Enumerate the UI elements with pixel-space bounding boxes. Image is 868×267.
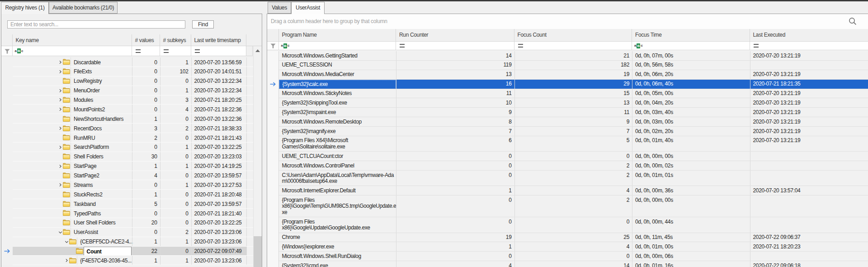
tree-row[interactable]: Modules032020-07-21 18:20:25 — [1, 95, 253, 105]
values-row[interactable]: {Windows}\explorer.exe140d, 0h, 01m, 00s… — [267, 242, 868, 252]
values-row[interactable]: Microsoft.InternetExplorer.Default140d, … — [267, 186, 868, 195]
tree-row[interactable]: {F4E57C4B-2036-45...112020-07-20 13:23:0… — [1, 256, 253, 265]
filter-cell-key-name[interactable]: aBc — [13, 46, 132, 56]
tree-row[interactable]: {CEBFF5CD-ACE2-4...112020-07-20 13:23:06 — [1, 237, 253, 247]
tree-row[interactable]: SearchPlatform012020-07-20 13:22:25 — [1, 143, 253, 152]
key-name-cell[interactable]: MenuOrder — [71, 86, 132, 95]
filter-cell-focus-count[interactable] — [514, 42, 632, 50]
values-row[interactable]: {System32}\magnify.exe770d, 0h, 02m, 20s… — [267, 127, 868, 136]
values-row[interactable]: C:\Users\Adam\AppData\Local\Temp\vmware-… — [267, 171, 868, 186]
program-name-cell[interactable]: {Program Filesx86}\Google\Temp\GUM98C5.t… — [279, 195, 396, 217]
program-name-cell[interactable]: Chrome — [279, 233, 396, 243]
column-header-last-executed[interactable]: Last Executed — [750, 29, 868, 42]
column-header-focus-count[interactable]: Focus Count — [514, 29, 632, 42]
program-name-cell[interactable]: Microsoft.Windows.RemoteDesktop — [279, 117, 396, 127]
column-header--subkeys[interactable]: # subkeys — [160, 34, 191, 46]
filter-cell-last-executed[interactable] — [750, 42, 868, 50]
program-name-cell[interactable]: {System32}\mspaint.exe — [279, 108, 396, 117]
tree-row[interactable]: UserAssist022020-07-20 13:23:06 — [1, 228, 253, 237]
tree-row[interactable]: StuckRects2102020-07-21 18:20:48 — [1, 190, 253, 199]
values-row[interactable]: {Program Filesx86}\Google\Update\GoogleU… — [267, 217, 868, 233]
key-name-cell[interactable]: LowRegistry — [71, 76, 132, 86]
tab-values[interactable]: Values — [268, 2, 291, 14]
values-row[interactable]: Microsoft.Windows.MediaCenter13190d, 0h,… — [267, 70, 868, 80]
key-name-cell[interactable]: StartPage2 — [71, 171, 132, 181]
key-name-cell[interactable]: {CEBFF5CD-ACE2-4... — [77, 237, 132, 247]
key-name-cell[interactable]: NewShortcutHandlers — [71, 114, 132, 124]
tree-row[interactable]: RecentDocs322020-07-21 18:38:33 — [1, 124, 253, 133]
program-name-cell[interactable]: C:\Users\Adam\AppData\Local\Temp\vmware-… — [279, 171, 396, 186]
column-header-program-name[interactable]: Program Name — [279, 29, 396, 42]
tree-row[interactable]: NewShortcutHandlers102020-07-20 13:22:36 — [1, 114, 253, 124]
key-name-cell[interactable]: RunMRU — [71, 133, 132, 143]
key-name-cell[interactable]: MountPoints2 — [71, 105, 132, 114]
key-name-cell[interactable]: Streams — [71, 180, 132, 190]
key-name-cell[interactable]: Discardable — [71, 57, 132, 67]
key-name-cell[interactable]: Modules — [71, 95, 132, 105]
tree-row[interactable]: TypedPaths002020-07-21 18:21:40 — [1, 209, 253, 218]
scroll-up-button[interactable] — [254, 46, 262, 55]
filter-cell-subkeys[interactable] — [160, 46, 191, 56]
key-name-cell[interactable]: TypedPaths — [71, 209, 132, 218]
program-name-cell[interactable]: Microsoft.Windows.GettingStarted — [279, 51, 396, 61]
program-name-cell[interactable]: {System32}\magnify.exe — [279, 127, 396, 136]
search-input[interactable] — [7, 20, 185, 29]
values-row[interactable]: Microsoft.Windows.Shell.RunDialog000d, 0… — [267, 252, 868, 261]
key-name-cell[interactable]: Shell Folders — [71, 152, 132, 162]
tree-row[interactable]: MenuOrder012020-07-20 13:22:34 — [1, 86, 253, 95]
column-header-last-write-timestamp[interactable]: Last write timestamp — [191, 34, 247, 46]
column-header-key-name[interactable]: Key name — [13, 34, 132, 46]
key-name-cell[interactable]: FileExts — [71, 67, 132, 76]
tab-available-bookmarks[interactable]: Available bookmarks (21/0) — [49, 2, 118, 14]
tree-row[interactable]: Taskband502020-07-20 13:59:57 — [1, 199, 253, 209]
key-name-cell[interactable]: Count — [84, 247, 132, 256]
program-name-cell[interactable]: {System32}\cmd.exe — [279, 261, 396, 267]
program-name-cell[interactable]: {Windows}\explorer.exe — [279, 242, 396, 252]
key-name-cell[interactable]: {F4E57C4B-2036-45... — [77, 256, 132, 265]
filter-cell-run-counter[interactable] — [396, 42, 514, 50]
program-name-cell[interactable]: UEME_CTLCUACount:ctor — [279, 152, 396, 161]
key-name-cell[interactable]: RecentDocs — [71, 124, 132, 133]
values-row[interactable]: {System32}\SnippingTool.exe10130d, 0h, 0… — [267, 98, 868, 108]
key-name-cell[interactable]: SearchPlatform — [71, 143, 132, 152]
search-icon[interactable] — [848, 16, 858, 26]
column-header-run-counter[interactable]: Run Counter — [396, 29, 514, 42]
filter-cell-values[interactable] — [132, 46, 160, 56]
tree-row[interactable]: Discardable012020-07-20 13:56:59 — [1, 57, 253, 67]
tab-registry-hives[interactable]: Registry hives (1) — [1, 2, 49, 14]
key-name-cell[interactable]: UserAssist — [71, 228, 132, 237]
values-row[interactable]: Microsoft.Windows.ControlPanel020d, 0h, … — [267, 161, 868, 171]
program-name-cell[interactable]: {Program Filesx86}\Google\Update\GoogleU… — [279, 217, 396, 233]
tree-row[interactable]: LowRegistry002020-07-20 13:22:34 — [1, 76, 253, 86]
tree-row[interactable]: User Shell Folders2002020-07-20 13:22:25 — [1, 218, 253, 228]
program-name-cell[interactable]: Microsoft.Windows.ControlPanel — [279, 161, 396, 171]
values-row[interactable]: Microsoft.Windows.StickyNotes11150d, 0h,… — [267, 89, 868, 99]
values-row[interactable]: UEME_CTLCUACount:ctor000d, 0h, 00m, 00s — [267, 152, 868, 161]
filter-cell-focus-time[interactable]: aBc — [632, 42, 750, 50]
key-name-cell[interactable]: StartPage — [71, 162, 132, 171]
values-row[interactable]: {System32}\cmd.exe4140d, 0h, 01m, 16s202… — [267, 261, 868, 267]
filter-cell-program-name[interactable]: aBc — [279, 42, 396, 50]
program-name-cell[interactable]: Microsoft.Windows.Shell.RunDialog — [279, 252, 396, 261]
program-name-cell[interactable]: {System32}\SnippingTool.exe — [279, 98, 396, 108]
column-header--values[interactable]: # values — [132, 34, 160, 46]
key-name-cell[interactable]: User Shell Folders — [71, 218, 132, 228]
tree-row[interactable]: Shell Folders3002020-07-20 13:23:03 — [1, 152, 253, 162]
values-row[interactable]: {System32}\mspaint.exe9110d, 0h, 03m, 40… — [267, 108, 868, 117]
values-row[interactable]: {System32}\calc.exe16290d, 0h, 06m, 40s2… — [267, 80, 868, 89]
values-row[interactable]: {Program Filesx86}\Google\Temp\GUM98C5.t… — [267, 195, 868, 217]
values-row[interactable]: UEME_CTLSESSION1191820d, 0h, 56m, 58s — [267, 61, 868, 70]
program-name-cell[interactable]: Microsoft.InternetExplorer.Default — [279, 186, 396, 195]
tree-vertical-scrollbar[interactable] — [253, 46, 262, 267]
tab-userassist[interactable]: UserAssist — [291, 2, 325, 14]
key-name-cell[interactable]: StuckRects2 — [71, 190, 132, 199]
program-name-cell[interactable]: {Program Files X64}\MicrosoftGames\Solit… — [279, 136, 396, 152]
tree-row[interactable]: StartPage112020-07-20 14:19:25 — [1, 162, 253, 171]
program-name-cell[interactable]: Microsoft.Windows.MediaCenter — [279, 70, 396, 80]
values-row[interactable]: Microsoft.Windows.GettingStarted14210d, … — [267, 51, 868, 61]
tree-row[interactable]: StartPage2402020-07-20 13:59:57 — [1, 171, 253, 181]
values-row[interactable]: Chrome19250d, 0h, 11m, 45s2020-07-22 09:… — [267, 233, 868, 243]
program-name-cell[interactable]: UEME_CTLSESSION — [279, 61, 396, 70]
program-name-cell[interactable]: Microsoft.Windows.StickyNotes — [279, 89, 396, 99]
program-name-cell[interactable]: {System32}\calc.exe — [279, 80, 396, 89]
